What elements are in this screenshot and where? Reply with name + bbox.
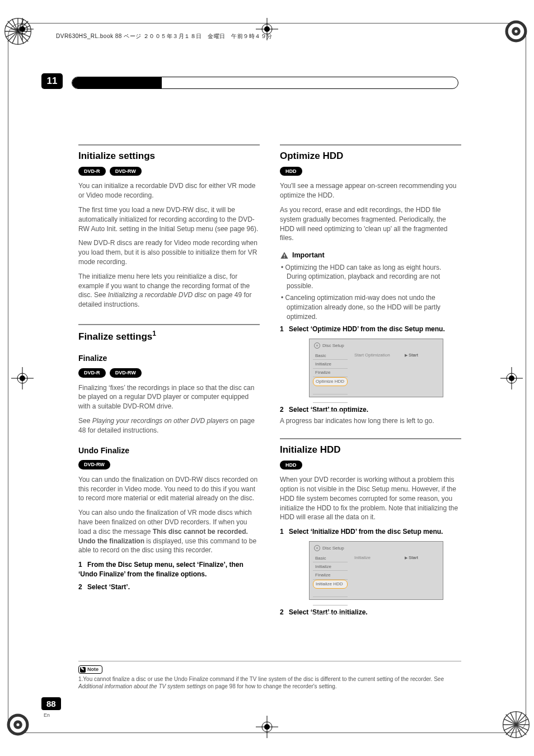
step-2: 2Select ‘Start’ to initialize.	[280, 608, 461, 617]
body-text: You'll see a message appear on-screen re…	[280, 181, 461, 200]
disc-icon	[314, 545, 320, 551]
footnote-area: Note 1.You cannot finalize a disc or use…	[78, 661, 461, 690]
heading-initialize-settings: Initialize settings	[78, 149, 260, 163]
body-text: The first time you load a new DVD-RW dis…	[78, 205, 260, 233]
step-1: 1From the Disc Setup menu, select ‘Final…	[78, 560, 260, 579]
badge-dvd-rw: DVD-RW	[110, 368, 142, 378]
right-column: Optimize HDD HDD You'll see a message ap…	[280, 142, 461, 661]
body-text: You can initialize a recordable DVD disc…	[78, 181, 260, 200]
chapter-title: The Disc Setup menu	[78, 78, 160, 89]
badge-dvd-r: DVD-R	[78, 167, 106, 176]
body-text: A progress bar indicates how long there …	[280, 416, 461, 426]
badge-hdd: HDD	[280, 167, 302, 176]
osd-item-empty	[313, 589, 348, 597]
badge-row: DVD-R DVD-RW	[78, 368, 260, 378]
step-2: 2Select ‘Start’.	[78, 583, 260, 592]
osd-item-selected: Optimize HDD	[313, 377, 348, 386]
svg-point-16	[16, 723, 19, 726]
osd-item: Finalize	[313, 571, 348, 579]
left-column: Initialize settings DVD-R DVD-RW You can…	[78, 142, 260, 661]
bullet-item: Canceling optimization mid-way does not …	[287, 293, 461, 321]
osd-item-empty	[313, 386, 348, 395]
body-text: You can undo the finalization on DVD-RW …	[78, 475, 260, 503]
heading-finalize-settings: Finalize settings1	[78, 329, 260, 343]
osd-mid-label: Start Optimization	[354, 352, 390, 358]
page-language: En	[44, 712, 50, 718]
step-1: 1Select ‘Initialize HDD’ from the disc S…	[280, 527, 461, 537]
step-2: 2Select ‘Start’ to optimize.	[280, 405, 461, 415]
osd-item: Basic	[313, 351, 348, 360]
registration-mark-icon	[500, 367, 523, 389]
warning-icon	[280, 251, 289, 260]
chapter-header: 11 The Disc Setup menu	[0, 75, 458, 90]
osd-item-selected: Initialize HDD	[313, 580, 348, 589]
registration-mark-icon	[11, 18, 34, 40]
body-text: Finalizing ‘fixes’ the recordings in pla…	[78, 383, 260, 411]
badge-dvd-rw: DVD-RW	[110, 167, 142, 176]
body-text: You can also undo the finalization of VR…	[78, 508, 260, 555]
body-text: See Playing your recordings on other DVD…	[78, 416, 260, 435]
footnote-text: 1.You cannot finalize a disc or use the …	[78, 675, 461, 690]
osd-screenshot-optimize: Disc Setup Basic Initialize Finalize Opt…	[309, 339, 443, 397]
note-label: Note	[78, 665, 102, 674]
doc-header-strip: DVR630HS_RL.book 88 ページ ２００５年３月１８日 金曜日 午…	[56, 32, 273, 40]
osd-mid-label: Initialize	[354, 555, 371, 561]
chapter-title-pill: The Disc Setup menu	[72, 77, 458, 89]
body-text: New DVD-R discs are ready for Video mode…	[78, 238, 260, 266]
heading-initialize-hdd: Initialize HDD	[280, 443, 461, 457]
step-1: 1Select ‘Optimize HDD’ from the disc Set…	[280, 325, 461, 334]
disc-icon	[314, 342, 320, 349]
osd-item-empty	[313, 403, 348, 411]
pencil-icon	[80, 667, 86, 673]
page-number: 88	[41, 697, 61, 710]
osd-start-label: Start	[405, 352, 418, 358]
corner-ornament-icon	[502, 17, 531, 46]
divider	[78, 661, 461, 661]
osd-item: Initialize	[313, 562, 348, 571]
svg-rect-46	[284, 254, 284, 256]
osd-item: Finalize	[313, 369, 348, 377]
badge-row: DVD-R DVD-RW	[78, 166, 260, 176]
badge-row: DVD-RW	[78, 459, 260, 469]
svg-point-12	[514, 30, 517, 32]
osd-item-empty	[313, 597, 348, 605]
svg-rect-47	[284, 257, 284, 258]
subheading-undo-finalize: Undo Finalize	[78, 445, 260, 457]
osd-screenshot-initialize: Disc Setup Basic Initialize Finalize Ini…	[309, 541, 443, 600]
registration-mark-icon	[11, 367, 34, 389]
corner-ornament-icon	[3, 710, 32, 739]
osd-item-empty	[313, 395, 348, 403]
osd-start-label: Start	[405, 555, 418, 561]
registration-mark-icon	[256, 716, 278, 738]
badge-hdd: HDD	[280, 461, 302, 470]
body-text: When your DVD recorder is working withou…	[280, 475, 461, 522]
important-callout: Important	[280, 251, 461, 261]
osd-item: Initialize	[313, 360, 348, 368]
chapter-number: 11	[41, 73, 63, 89]
heading-optimize-hdd: Optimize HDD	[280, 149, 461, 163]
body-text: As you record, erase and edit recordings…	[280, 205, 461, 243]
subheading-finalize: Finalize	[78, 353, 260, 364]
body-text: The initialize menu here lets you reinit…	[78, 272, 260, 309]
badge-dvd-rw: DVD-RW	[78, 460, 110, 469]
osd-item: Basic	[313, 554, 348, 562]
osd-item-empty	[313, 605, 348, 614]
bullet-item: Optimizing the HDD can take as long as e…	[287, 263, 461, 291]
badge-dvd-r: DVD-R	[78, 368, 106, 378]
corner-ornament-icon	[502, 710, 531, 739]
